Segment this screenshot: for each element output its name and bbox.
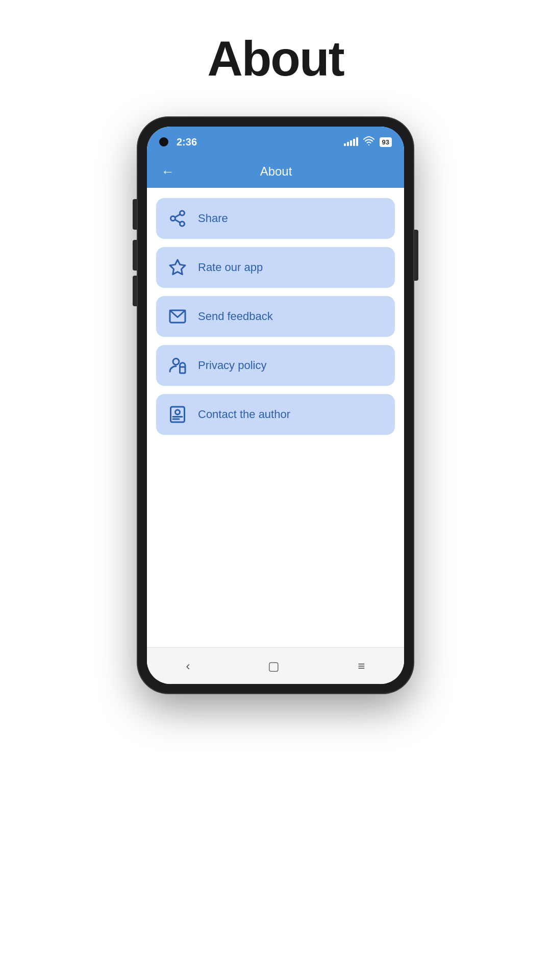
nav-menu-button[interactable]: ≡ xyxy=(347,655,375,677)
phone-shell: 2:36 xyxy=(138,117,413,693)
mail-icon xyxy=(166,305,189,328)
menu-label-contact: Contact the author xyxy=(198,408,290,421)
wifi-icon xyxy=(363,136,374,148)
contact-icon xyxy=(166,403,189,426)
menu-label-rate: Rate our app xyxy=(198,261,263,274)
menu-item-feedback[interactable]: Send feedback xyxy=(156,296,395,337)
nav-home-button[interactable]: ▢ xyxy=(258,655,290,677)
status-time: 2:36 xyxy=(177,136,197,148)
signal-bar-2 xyxy=(347,142,349,146)
status-right: 93 xyxy=(344,136,392,148)
star-icon xyxy=(166,256,189,279)
phone-screen: 2:36 xyxy=(147,127,404,684)
page-title: About xyxy=(207,31,343,87)
svg-line-5 xyxy=(175,214,180,217)
signal-bar-5 xyxy=(356,137,358,146)
menu-label-privacy: Privacy policy xyxy=(198,359,266,372)
back-button[interactable]: ← xyxy=(157,162,179,182)
svg-point-8 xyxy=(173,359,179,365)
svg-point-11 xyxy=(176,410,180,414)
nav-back-button[interactable]: ‹ xyxy=(176,655,200,677)
svg-line-4 xyxy=(175,219,180,223)
menu-label-feedback: Send feedback xyxy=(198,310,273,323)
share-icon xyxy=(166,207,189,230)
battery-icon: 93 xyxy=(380,137,392,147)
privacy-icon xyxy=(166,354,189,377)
bottom-nav: ‹ ▢ ≡ xyxy=(147,647,404,684)
battery-level: 93 xyxy=(382,138,389,146)
svg-rect-9 xyxy=(180,367,186,373)
signal-bar-4 xyxy=(353,139,355,146)
camera-dot xyxy=(159,137,168,146)
status-bar: 2:36 xyxy=(147,127,404,155)
svg-marker-6 xyxy=(170,260,185,275)
menu-item-share[interactable]: Share xyxy=(156,198,395,239)
svg-point-0 xyxy=(368,144,369,145)
signal-bar-1 xyxy=(344,143,346,146)
status-left: 2:36 xyxy=(159,136,197,148)
menu-label-share: Share xyxy=(198,212,228,225)
signal-bar-3 xyxy=(350,140,352,146)
signal-icon xyxy=(344,138,358,146)
menu-item-contact[interactable]: Contact the author xyxy=(156,394,395,435)
menu-item-rate[interactable]: Rate our app xyxy=(156,247,395,288)
phone-content: Share Rate our app Se xyxy=(147,188,404,647)
menu-item-privacy[interactable]: Privacy policy xyxy=(156,345,395,386)
app-bar: ← About xyxy=(147,155,404,188)
app-bar-title: About xyxy=(179,164,373,179)
